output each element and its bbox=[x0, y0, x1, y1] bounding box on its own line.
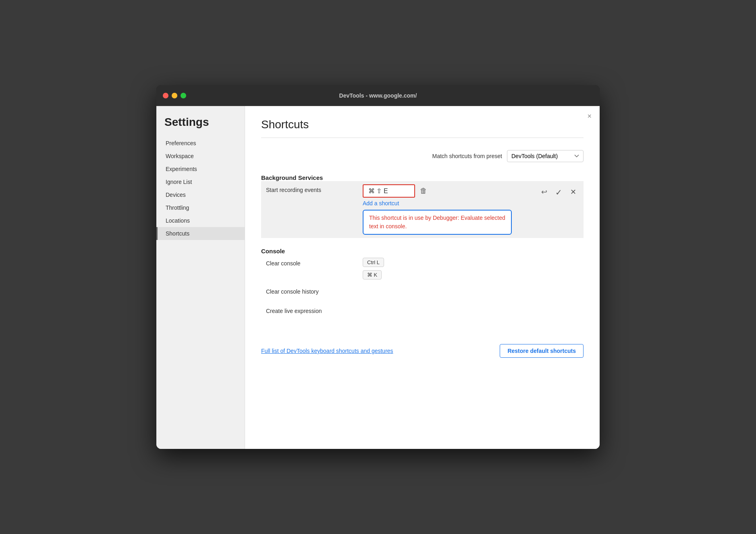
key-badge-cmd-k[interactable]: ⌘ K bbox=[363, 270, 382, 280]
traffic-lights bbox=[163, 93, 186, 98]
section-console: Console Clear console Ctrl L ⌘ K bbox=[261, 248, 584, 321]
window-content: Settings Preferences Workspace Experimen… bbox=[156, 106, 600, 449]
sidebar-item-workspace[interactable]: Workspace bbox=[156, 150, 245, 163]
section-title-background-services: Background Services bbox=[261, 174, 584, 181]
footer: Full list of DevTools keyboard shortcuts… bbox=[261, 338, 584, 358]
key-input-row: ⌘ ⇧ E 🗑 bbox=[363, 184, 539, 198]
restore-defaults-button[interactable]: Restore default shortcuts bbox=[500, 344, 584, 358]
maximize-traffic-light[interactable] bbox=[181, 93, 186, 98]
shortcut-name-live-expression: Create live expression bbox=[266, 305, 363, 314]
section-background-services: Background Services Start recording even… bbox=[261, 174, 584, 238]
delete-shortcut-button[interactable]: 🗑 bbox=[418, 185, 429, 197]
footer-link[interactable]: Full list of DevTools keyboard shortcuts… bbox=[261, 348, 393, 354]
minimize-traffic-light[interactable] bbox=[172, 93, 177, 98]
sidebar-item-experiments[interactable]: Experiments bbox=[156, 163, 245, 175]
section-title-console: Console bbox=[261, 248, 584, 254]
main-content: × Shortcuts Match shortcuts from preset … bbox=[245, 106, 600, 449]
error-tooltip: This shortcut is in use by Debugger: Eva… bbox=[363, 210, 512, 235]
sidebar-heading: Settings bbox=[156, 116, 245, 137]
shortcut-name-clear-console: Clear console bbox=[266, 258, 363, 267]
preset-select[interactable]: DevTools (Default) Visual Studio Code bbox=[507, 150, 584, 162]
shortcut-row-clear-history: Clear console history bbox=[261, 283, 584, 302]
shortcut-row-clear-console: Clear console Ctrl L ⌘ K bbox=[261, 254, 584, 283]
confirm-button[interactable]: ✓ bbox=[553, 186, 565, 199]
undo-button[interactable]: ↩ bbox=[539, 186, 550, 198]
key-input-value: ⌘ ⇧ E bbox=[368, 187, 388, 195]
sidebar-item-shortcuts[interactable]: Shortcuts bbox=[156, 227, 245, 240]
shortcut-keys-area-start-recording: ⌘ ⇧ E 🗑 Add a shortcut This shortcut is … bbox=[363, 184, 539, 235]
shortcut-actions: ↩ ✓ ✕ bbox=[539, 184, 579, 199]
shortcut-name-start-recording: Start recording events bbox=[266, 184, 363, 193]
titlebar-title: DevTools - www.google.com/ bbox=[339, 92, 417, 99]
close-button[interactable]: × bbox=[587, 113, 592, 120]
key-badge-ctrl-l[interactable]: Ctrl L bbox=[363, 258, 384, 267]
key-input-box[interactable]: ⌘ ⇧ E bbox=[363, 184, 415, 198]
shortcut-row-live-expression: Create live expression bbox=[261, 302, 584, 321]
shortcut-row-start-recording: Start recording events ⌘ ⇧ E 🗑 Add a sho… bbox=[261, 181, 584, 238]
sidebar: Settings Preferences Workspace Experimen… bbox=[156, 106, 245, 449]
preset-row: Match shortcuts from preset DevTools (De… bbox=[261, 150, 584, 162]
close-traffic-light[interactable] bbox=[163, 93, 168, 98]
sidebar-item-locations[interactable]: Locations bbox=[156, 214, 245, 227]
title-divider bbox=[261, 138, 584, 138]
preset-label: Match shortcuts from preset bbox=[432, 153, 502, 159]
titlebar: DevTools - www.google.com/ bbox=[156, 85, 600, 106]
cancel-button[interactable]: ✕ bbox=[568, 186, 579, 198]
sidebar-item-devices[interactable]: Devices bbox=[156, 188, 245, 201]
shortcut-keys-clear-console: Ctrl L ⌘ K bbox=[363, 258, 579, 280]
shortcut-name-clear-history: Clear console history bbox=[266, 286, 363, 295]
sidebar-item-ignore-list[interactable]: Ignore List bbox=[156, 175, 245, 188]
add-shortcut-link[interactable]: Add a shortcut bbox=[363, 200, 539, 207]
sidebar-item-throttling[interactable]: Throttling bbox=[156, 201, 245, 214]
sidebar-item-preferences[interactable]: Preferences bbox=[156, 137, 245, 150]
app-window: DevTools - www.google.com/ Settings Pref… bbox=[156, 85, 600, 449]
page-title: Shortcuts bbox=[261, 118, 584, 131]
